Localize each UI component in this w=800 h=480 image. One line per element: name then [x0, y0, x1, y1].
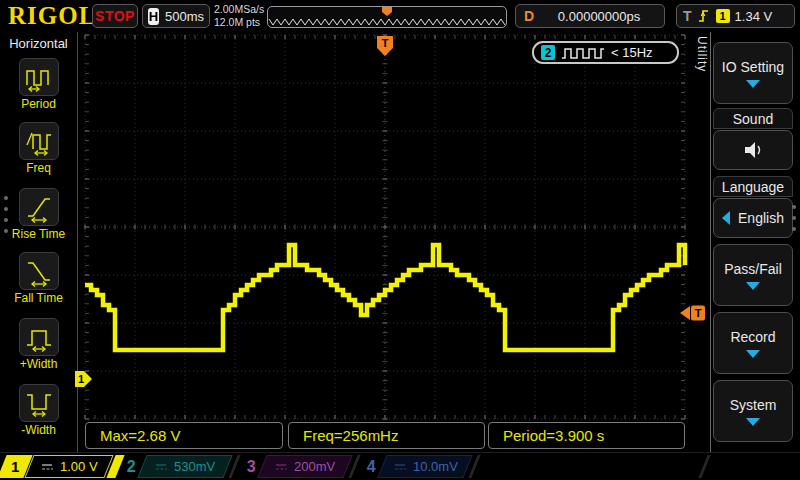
sidebar-item-period[interactable]: Period	[0, 58, 77, 111]
trigger-badge-source: 2	[541, 45, 555, 60]
channel-status-bar: 1 1.00 V 2 530mV	[0, 452, 800, 480]
language-header: Language	[713, 176, 793, 197]
period-icon	[23, 61, 55, 93]
delay-value: 0.00000000ps	[542, 9, 656, 24]
channel-2-scale: 530mV	[174, 459, 215, 474]
sidebar-item-fall-time[interactable]: Fall Time	[0, 252, 77, 305]
neg-width-button[interactable]	[19, 384, 59, 422]
trigger-source-badge: 1	[716, 9, 730, 23]
system-label: System	[730, 397, 777, 413]
menu-item-system[interactable]: System	[713, 380, 793, 442]
freq-button[interactable]	[19, 122, 59, 160]
left-menu-title: Horizontal	[0, 36, 77, 51]
svg-text:T: T	[695, 307, 702, 319]
pulse-train-icon	[561, 46, 605, 60]
channel-2-scale-box[interactable]: 530mV	[137, 455, 232, 478]
io-setting-label: IO Setting	[722, 59, 784, 75]
h-badge: H	[148, 8, 159, 25]
channel-4-number: 4	[367, 458, 376, 476]
sample-rate: 2.00MSa/s	[214, 3, 264, 16]
dc-coupling-icon	[393, 462, 407, 472]
menu-item-io-setting[interactable]: IO Setting	[713, 42, 793, 104]
preview-wave-icon	[269, 7, 507, 29]
chevron-left-icon	[722, 211, 730, 225]
pos-width-label: +Width	[0, 357, 77, 371]
chevron-down-icon	[746, 418, 760, 426]
rise-time-button[interactable]	[19, 188, 59, 226]
measurement-freq: Freq=256mHz	[288, 422, 485, 449]
fall-time-button[interactable]	[19, 252, 59, 290]
channel-1-number: 1	[11, 458, 19, 475]
trigger-level-marker[interactable]	[680, 306, 690, 320]
sidebar-item-pos-width[interactable]: +Width	[0, 318, 77, 371]
dc-coupling-icon	[274, 462, 288, 472]
scope-display[interactable]: T1T	[85, 35, 685, 419]
pass-fail-label: Pass/Fail	[724, 261, 782, 277]
channel-1-scale: 1.00 V	[60, 459, 98, 474]
chevron-down-icon	[746, 350, 760, 358]
record-label: Record	[730, 329, 775, 345]
rigol-logo: RIGOL	[8, 2, 96, 30]
trigger-level-value: 1.34 V	[735, 9, 773, 24]
ch1-waveform-trace	[85, 245, 685, 350]
measurement-max: Max=2.68 V	[85, 422, 283, 449]
measurement-freq-text: Freq=256mHz	[303, 427, 398, 444]
freq-icon	[23, 125, 55, 157]
period-button[interactable]	[19, 58, 59, 96]
acquisition-info: 2.00MSa/s 12.0M pts	[214, 3, 264, 29]
channel-divider	[698, 455, 710, 478]
channel-3-number: 3	[247, 458, 256, 476]
chevron-down-icon	[746, 80, 760, 88]
svg-text:1: 1	[78, 373, 84, 385]
right-menu-scroll-dots	[792, 205, 796, 238]
pos-width-icon	[23, 321, 55, 353]
speaker-icon	[742, 141, 764, 159]
trigger-frequency-badge: 2 < 15Hz	[532, 41, 679, 64]
oscilloscope-screen: RIGOL STOP H 500ms 2.00MSa/s 12.0M pts D…	[0, 0, 800, 480]
channel-1-scale-box[interactable]: 1.00 V	[24, 455, 113, 478]
memory-depth: 12.0M pts	[214, 16, 264, 29]
neg-width-label: -Width	[0, 423, 77, 437]
dc-coupling-icon	[154, 462, 168, 472]
rising-edge-icon	[697, 8, 711, 24]
sidebar-item-neg-width[interactable]: -Width	[0, 384, 77, 437]
rise-time-icon	[23, 191, 55, 223]
sidebar-item-rise-time[interactable]: Rise Time	[0, 188, 77, 241]
language-value: English	[738, 210, 784, 226]
delay-label: D	[524, 8, 534, 24]
neg-width-icon	[23, 387, 55, 419]
horizontal-timebase-box: H 500ms	[142, 4, 210, 28]
fall-time-icon	[23, 255, 55, 287]
fall-time-label: Fall Time	[0, 291, 77, 305]
right-menu-divider	[710, 32, 711, 452]
sound-header: Sound	[713, 108, 793, 129]
channel-3-scale: 200mV	[294, 459, 335, 474]
chevron-down-icon	[746, 282, 760, 290]
menu-item-language[interactable]: English	[713, 198, 793, 238]
sound-label: Sound	[733, 111, 773, 127]
sidebar-item-freq[interactable]: Freq	[0, 122, 77, 175]
memory-waveform-preview	[267, 6, 507, 28]
language-label: Language	[722, 179, 784, 195]
menu-item-record[interactable]: Record	[713, 312, 793, 374]
menu-tab-utility: Utility	[689, 36, 709, 126]
menu-item-sound[interactable]	[713, 130, 793, 170]
timebase-value: 500ms	[165, 9, 204, 24]
trigger-badge-frequency: < 15Hz	[611, 45, 653, 60]
freq-label: Freq	[0, 161, 77, 175]
channel-2-number: 2	[127, 458, 136, 476]
svg-text:T: T	[382, 37, 389, 49]
left-menu-scroll-dots	[4, 196, 8, 240]
channel-3-scale-box[interactable]: 200mV	[257, 455, 352, 478]
channel-4-scale: 10.0mV	[413, 459, 458, 474]
trigger-delay-box: D 0.00000000ps	[515, 4, 665, 28]
pos-width-button[interactable]	[19, 318, 59, 356]
left-sidebar-divider	[77, 32, 78, 452]
dc-coupling-icon	[40, 462, 54, 472]
trigger-label: T	[683, 8, 692, 24]
menu-item-pass-fail[interactable]: Pass/Fail	[713, 244, 793, 306]
measurement-period: Period=3.900 s	[488, 422, 685, 449]
channel-4-scale-box[interactable]: 10.0mV	[377, 455, 472, 478]
run-state-indicator: STOP	[92, 4, 138, 28]
measurement-max-text: Max=2.68 V	[100, 427, 180, 444]
